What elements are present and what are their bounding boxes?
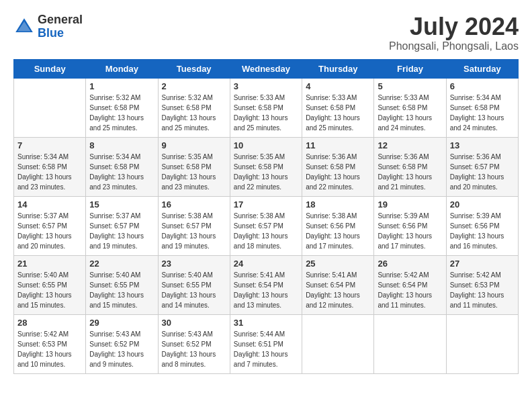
calendar-day-cell xyxy=(446,314,518,373)
day-number: 28 xyxy=(17,318,82,328)
day-info: Sunrise: 5:38 AMSunset: 6:57 PMDaylight:… xyxy=(234,211,298,251)
weekday-header: Saturday xyxy=(446,59,518,78)
calendar-day-cell: 15Sunrise: 5:37 AMSunset: 6:57 PMDayligh… xyxy=(86,196,158,255)
calendar-week-row: 21Sunrise: 5:40 AMSunset: 6:55 PMDayligh… xyxy=(14,255,519,314)
calendar-day-cell: 24Sunrise: 5:41 AMSunset: 6:54 PMDayligh… xyxy=(230,255,302,314)
calendar-header-row: SundayMondayTuesdayWednesdayThursdayFrid… xyxy=(14,59,519,78)
day-number: 23 xyxy=(162,259,226,269)
month-year: July 2024 xyxy=(389,13,519,40)
day-number: 6 xyxy=(450,81,515,91)
calendar-day-cell: 25Sunrise: 5:41 AMSunset: 6:54 PMDayligh… xyxy=(302,255,374,314)
calendar-day-cell xyxy=(374,314,446,373)
calendar-day-cell: 19Sunrise: 5:39 AMSunset: 6:56 PMDayligh… xyxy=(374,196,446,255)
calendar-day-cell: 20Sunrise: 5:39 AMSunset: 6:56 PMDayligh… xyxy=(446,196,518,255)
day-number: 19 xyxy=(378,199,442,210)
day-number: 25 xyxy=(306,259,370,269)
calendar-day-cell: 21Sunrise: 5:40 AMSunset: 6:55 PMDayligh… xyxy=(14,255,86,314)
day-info: Sunrise: 5:35 AMSunset: 6:58 PMDaylight:… xyxy=(234,152,298,192)
day-info: Sunrise: 5:37 AMSunset: 6:57 PMDaylight:… xyxy=(17,211,82,251)
day-info: Sunrise: 5:43 AMSunset: 6:52 PMDaylight:… xyxy=(89,329,154,369)
day-info: Sunrise: 5:34 AMSunset: 6:58 PMDaylight:… xyxy=(17,152,82,192)
calendar-day-cell xyxy=(302,314,374,373)
day-number: 2 xyxy=(162,81,226,91)
calendar-day-cell: 17Sunrise: 5:38 AMSunset: 6:57 PMDayligh… xyxy=(230,196,302,255)
calendar-day-cell: 27Sunrise: 5:42 AMSunset: 6:53 PMDayligh… xyxy=(446,255,518,314)
day-info: Sunrise: 5:33 AMSunset: 6:58 PMDaylight:… xyxy=(306,93,370,133)
day-info: Sunrise: 5:43 AMSunset: 6:52 PMDaylight:… xyxy=(162,329,226,369)
calendar-day-cell: 4Sunrise: 5:33 AMSunset: 6:58 PMDaylight… xyxy=(302,78,374,137)
day-info: Sunrise: 5:41 AMSunset: 6:54 PMDaylight:… xyxy=(234,270,298,310)
day-number: 1 xyxy=(89,81,154,91)
day-number: 4 xyxy=(306,81,370,91)
day-info: Sunrise: 5:39 AMSunset: 6:56 PMDaylight:… xyxy=(450,211,515,251)
day-number: 5 xyxy=(378,81,442,91)
day-info: Sunrise: 5:38 AMSunset: 6:56 PMDaylight:… xyxy=(306,211,370,251)
day-number: 18 xyxy=(306,199,370,210)
calendar-week-row: 14Sunrise: 5:37 AMSunset: 6:57 PMDayligh… xyxy=(14,196,519,255)
weekday-header: Wednesday xyxy=(230,59,302,78)
calendar-day-cell: 28Sunrise: 5:42 AMSunset: 6:53 PMDayligh… xyxy=(14,314,86,373)
day-number: 30 xyxy=(162,318,226,328)
day-info: Sunrise: 5:32 AMSunset: 6:58 PMDaylight:… xyxy=(162,93,226,133)
calendar-day-cell: 1Sunrise: 5:32 AMSunset: 6:58 PMDaylight… xyxy=(86,78,158,137)
calendar-day-cell: 14Sunrise: 5:37 AMSunset: 6:57 PMDayligh… xyxy=(14,196,86,255)
calendar-day-cell: 16Sunrise: 5:38 AMSunset: 6:57 PMDayligh… xyxy=(158,196,230,255)
calendar-day-cell: 26Sunrise: 5:42 AMSunset: 6:54 PMDayligh… xyxy=(374,255,446,314)
day-number: 31 xyxy=(234,318,298,328)
day-number: 9 xyxy=(162,140,226,150)
day-number: 21 xyxy=(17,259,82,269)
calendar-day-cell: 10Sunrise: 5:35 AMSunset: 6:58 PMDayligh… xyxy=(230,137,302,196)
calendar-day-cell: 22Sunrise: 5:40 AMSunset: 6:55 PMDayligh… xyxy=(86,255,158,314)
weekday-header: Sunday xyxy=(14,59,86,78)
day-info: Sunrise: 5:36 AMSunset: 6:58 PMDaylight:… xyxy=(378,152,442,192)
calendar-day-cell: 7Sunrise: 5:34 AMSunset: 6:58 PMDaylight… xyxy=(14,137,86,196)
calendar-day-cell: 30Sunrise: 5:43 AMSunset: 6:52 PMDayligh… xyxy=(158,314,230,373)
day-info: Sunrise: 5:41 AMSunset: 6:54 PMDaylight:… xyxy=(306,270,370,310)
calendar-week-row: 1Sunrise: 5:32 AMSunset: 6:58 PMDaylight… xyxy=(14,78,519,137)
day-info: Sunrise: 5:40 AMSunset: 6:55 PMDaylight:… xyxy=(17,270,82,310)
day-number: 11 xyxy=(306,140,370,150)
calendar-day-cell: 18Sunrise: 5:38 AMSunset: 6:56 PMDayligh… xyxy=(302,196,374,255)
day-number: 20 xyxy=(450,199,515,210)
day-number: 14 xyxy=(17,199,82,210)
logo: General Blue xyxy=(13,13,83,40)
day-number: 16 xyxy=(162,199,226,210)
day-number: 7 xyxy=(17,140,82,150)
calendar-day-cell: 29Sunrise: 5:43 AMSunset: 6:52 PMDayligh… xyxy=(86,314,158,373)
day-info: Sunrise: 5:42 AMSunset: 6:54 PMDaylight:… xyxy=(378,270,442,310)
weekday-header: Tuesday xyxy=(158,59,230,78)
calendar-week-row: 7Sunrise: 5:34 AMSunset: 6:58 PMDaylight… xyxy=(14,137,519,196)
day-info: Sunrise: 5:42 AMSunset: 6:53 PMDaylight:… xyxy=(450,270,515,310)
day-info: Sunrise: 5:44 AMSunset: 6:51 PMDaylight:… xyxy=(234,329,298,369)
day-info: Sunrise: 5:33 AMSunset: 6:58 PMDaylight:… xyxy=(378,93,442,133)
day-info: Sunrise: 5:36 AMSunset: 6:58 PMDaylight:… xyxy=(306,152,370,192)
calendar-day-cell: 31Sunrise: 5:44 AMSunset: 6:51 PMDayligh… xyxy=(230,314,302,373)
calendar-day-cell: 8Sunrise: 5:34 AMSunset: 6:58 PMDaylight… xyxy=(86,137,158,196)
calendar-day-cell: 5Sunrise: 5:33 AMSunset: 6:58 PMDaylight… xyxy=(374,78,446,137)
logo-general: General xyxy=(38,13,83,27)
calendar-day-cell: 12Sunrise: 5:36 AMSunset: 6:58 PMDayligh… xyxy=(374,137,446,196)
day-number: 3 xyxy=(234,81,298,91)
day-info: Sunrise: 5:36 AMSunset: 6:57 PMDaylight:… xyxy=(450,152,515,192)
day-info: Sunrise: 5:35 AMSunset: 6:58 PMDaylight:… xyxy=(162,152,226,192)
calendar-day-cell: 11Sunrise: 5:36 AMSunset: 6:58 PMDayligh… xyxy=(302,137,374,196)
day-info: Sunrise: 5:38 AMSunset: 6:57 PMDaylight:… xyxy=(162,211,226,251)
day-number: 29 xyxy=(89,318,154,328)
calendar-day-cell: 9Sunrise: 5:35 AMSunset: 6:58 PMDaylight… xyxy=(158,137,230,196)
calendar-day-cell xyxy=(14,78,86,137)
day-number: 15 xyxy=(89,199,154,210)
day-number: 22 xyxy=(89,259,154,269)
logo-blue: Blue xyxy=(38,27,83,40)
calendar-day-cell: 3Sunrise: 5:33 AMSunset: 6:58 PMDaylight… xyxy=(230,78,302,137)
day-number: 10 xyxy=(234,140,298,150)
page-header: General Blue July 2024 Phongsali, Phongs… xyxy=(13,13,519,52)
day-info: Sunrise: 5:40 AMSunset: 6:55 PMDaylight:… xyxy=(89,270,154,310)
calendar-day-cell: 6Sunrise: 5:34 AMSunset: 6:58 PMDaylight… xyxy=(446,78,518,137)
day-number: 13 xyxy=(450,140,515,150)
weekday-header: Friday xyxy=(374,59,446,78)
day-number: 12 xyxy=(378,140,442,150)
calendar-day-cell: 2Sunrise: 5:32 AMSunset: 6:58 PMDaylight… xyxy=(158,78,230,137)
day-info: Sunrise: 5:34 AMSunset: 6:58 PMDaylight:… xyxy=(89,152,154,192)
day-number: 24 xyxy=(234,259,298,269)
calendar-day-cell: 23Sunrise: 5:40 AMSunset: 6:55 PMDayligh… xyxy=(158,255,230,314)
